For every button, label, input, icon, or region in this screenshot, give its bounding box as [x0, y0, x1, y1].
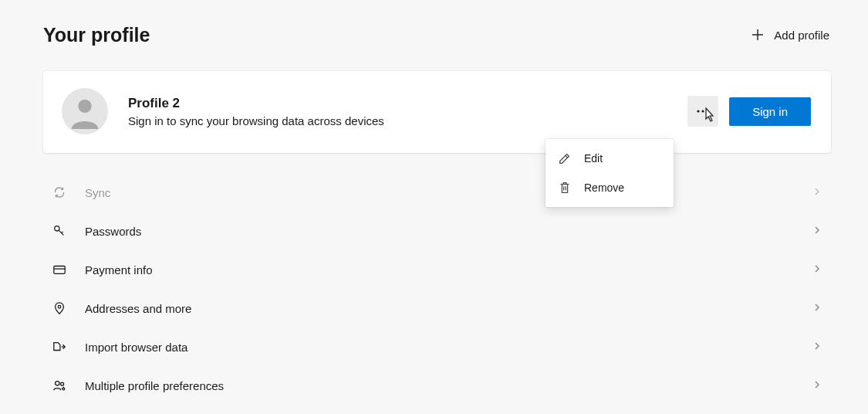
svg-point-5 — [707, 110, 709, 112]
chevron-right-icon — [812, 185, 822, 199]
edit-icon — [558, 151, 572, 165]
profile-name: Profile 2 — [128, 96, 687, 111]
key-icon — [52, 224, 66, 238]
avatar — [62, 88, 108, 134]
plus-icon — [751, 28, 765, 42]
svg-point-9 — [55, 226, 59, 231]
more-options-menu: Edit Remove — [545, 139, 674, 207]
menu-item-remove-label: Remove — [584, 182, 624, 194]
svg-point-2 — [78, 100, 91, 113]
map-pin-icon — [52, 301, 66, 315]
svg-point-3 — [697, 110, 700, 112]
svg-point-14 — [58, 305, 61, 308]
settings-item-passwords[interactable]: Passwords — [52, 212, 822, 250]
sync-icon — [52, 185, 66, 199]
settings-item-label: Import browser data — [85, 341, 812, 354]
trash-icon — [558, 181, 572, 195]
settings-item-sync: Sync — [52, 173, 822, 212]
chevron-right-icon — [812, 263, 822, 277]
chevron-right-icon — [812, 301, 822, 315]
more-icon — [697, 110, 709, 113]
settings-list: Sync Passwords — [43, 173, 831, 405]
signin-button[interactable]: Sign in — [729, 97, 811, 126]
settings-item-payment[interactable]: Payment info — [52, 250, 822, 289]
card-icon — [52, 263, 66, 277]
svg-line-10 — [59, 230, 63, 235]
settings-item-addresses[interactable]: Addresses and more — [52, 289, 822, 327]
menu-item-remove[interactable]: Remove — [545, 173, 674, 202]
settings-item-label: Passwords — [85, 225, 812, 238]
person-icon — [67, 93, 103, 129]
svg-point-4 — [702, 110, 704, 112]
svg-point-15 — [56, 382, 59, 385]
import-icon — [52, 340, 66, 354]
settings-item-label: Addresses and more — [85, 302, 812, 315]
chevron-right-icon — [812, 340, 822, 354]
svg-rect-12 — [54, 266, 65, 274]
svg-line-6 — [566, 155, 568, 158]
menu-item-edit-label: Edit — [584, 152, 603, 165]
people-icon — [52, 378, 66, 392]
settings-item-import[interactable]: Import browser data — [52, 327, 822, 366]
settings-item-label: Sync — [85, 186, 812, 199]
svg-point-16 — [61, 382, 64, 385]
profile-card: Profile 2 Sign in to sync your browsing … — [43, 71, 831, 153]
chevron-right-icon — [812, 378, 822, 392]
page-title: Your profile — [43, 24, 150, 46]
settings-item-label: Multiple profile preferences — [85, 379, 812, 392]
chevron-right-icon — [812, 224, 822, 238]
settings-item-label: Payment info — [85, 263, 812, 277]
add-profile-button[interactable]: Add profile — [749, 23, 831, 46]
add-profile-label: Add profile — [774, 29, 829, 42]
svg-line-11 — [62, 232, 63, 233]
more-options-button[interactable] — [687, 96, 718, 127]
profile-subtext: Sign in to sync your browsing data acros… — [128, 114, 687, 127]
settings-item-multiprofile[interactable]: Multiple profile preferences — [52, 366, 822, 405]
menu-item-edit[interactable]: Edit — [545, 144, 674, 173]
